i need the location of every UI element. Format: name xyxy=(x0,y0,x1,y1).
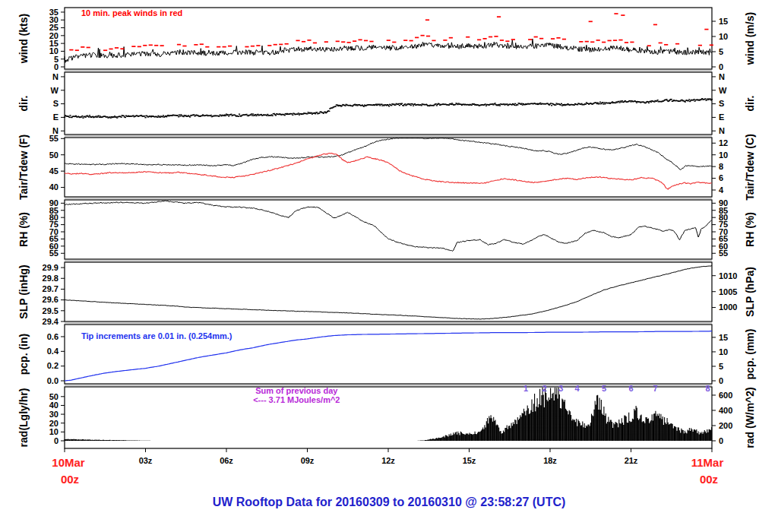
tick-label: 30 xyxy=(49,15,59,24)
panel-dir: NESWNNESWNdir.dir. xyxy=(17,72,756,136)
tick-label: 0 xyxy=(54,436,59,445)
tick-label: 20 xyxy=(49,31,59,40)
axis-label-slp-left: SLP (inHg) xyxy=(17,264,30,318)
axis-label-rh-right: RH (%) xyxy=(744,212,756,247)
rh-series-line xyxy=(65,201,712,251)
rad-event-marker: 1 xyxy=(523,384,528,393)
x-tick-label: 15z xyxy=(463,456,476,465)
wind-series-line xyxy=(65,39,712,62)
tick-label: 10 xyxy=(49,427,59,436)
start-date-label: 10Mar xyxy=(52,456,85,469)
panel-frame-tair-tdew xyxy=(65,138,712,197)
tick-label: 0 xyxy=(719,62,723,71)
panel-frame-slp xyxy=(65,262,712,321)
weather-multipanel-figure: 05101520253035051015wind (kts)wind (m/s)… xyxy=(0,0,778,532)
tick-label: 400 xyxy=(719,406,732,415)
panel-rad: 010203040500200400600rad(Lgly/hr)rad (W/… xyxy=(17,384,756,448)
tick-label: E xyxy=(53,112,59,122)
tick-label: E xyxy=(719,112,724,122)
panel-frame-rh xyxy=(65,200,712,259)
rad-event-marker: 2 xyxy=(542,384,547,393)
axis-label-pcp-right: pcp. (mm) xyxy=(744,329,756,380)
tick-label: 29.7 xyxy=(43,284,59,293)
rad-event-marker: 4 xyxy=(574,384,580,393)
tick-label: 29.4 xyxy=(43,317,59,326)
tick-label: 5 xyxy=(719,47,723,56)
tick-label: 6 xyxy=(719,173,723,182)
tick-label: 40 xyxy=(49,182,59,192)
axis-label-tair-tdew-right: Tair/Tdew (C) xyxy=(744,134,756,201)
rad-annotation-0: Sum of previous day xyxy=(255,386,338,395)
rad-bars xyxy=(65,388,712,441)
tick-label: 90 xyxy=(49,198,59,207)
tick-label: 50 xyxy=(49,150,59,160)
tick-label: 5 xyxy=(54,55,59,64)
axis-label-rad-right: rad (W/m^2) xyxy=(744,387,756,448)
tair-tdew-series-line xyxy=(65,154,712,190)
tick-label: 55 xyxy=(49,134,59,143)
tick-label: 15 xyxy=(49,39,59,48)
tick-label: 30 xyxy=(49,410,59,419)
tick-label: 29.9 xyxy=(43,263,59,272)
rad-annotation-1: <--- 3.71 MJoules/m^2 xyxy=(253,395,340,404)
tick-label: 600 xyxy=(719,391,732,400)
tick-label: 4 xyxy=(719,185,724,195)
rad-event-marker: 5 xyxy=(602,384,606,393)
tick-label: 0.0 xyxy=(47,376,59,385)
tick-label: 0.2 xyxy=(47,361,59,370)
tick-label: 10 xyxy=(719,150,728,160)
axis-label-tair-tdew-left: Tair/Tdew (F) xyxy=(17,135,30,200)
rad-event-marker: 7 xyxy=(653,384,657,393)
tick-label: 5 xyxy=(719,362,723,371)
tick-label: 20 xyxy=(49,419,59,428)
figure-title: UW Rooftop Data for 20160309 to 20160310… xyxy=(0,496,778,509)
tick-label: 40 xyxy=(49,401,59,410)
slp-series-line xyxy=(65,266,712,319)
start-date-label: 00z xyxy=(61,473,79,486)
x-tick-label: 03z xyxy=(139,456,153,465)
panel-tair-tdew: 404550554681012Tair/Tdew (F)Tair/Tdew (C… xyxy=(17,134,756,201)
tick-label: N xyxy=(719,72,725,81)
axis-label-dir-right: dir. xyxy=(744,95,756,111)
tick-label: N xyxy=(52,72,59,81)
pcp-annotation-0: Tip increments are 0.01 in. (0.254mm.) xyxy=(81,331,232,340)
tick-label: N xyxy=(719,126,725,135)
tair-tdew-series-line xyxy=(65,138,712,170)
x-tick-label: 18z xyxy=(543,456,557,465)
panel-rh: 55606570758085905560657075808590RH (%)RH… xyxy=(17,198,756,261)
tick-label: 1005 xyxy=(719,287,737,296)
tick-label: W xyxy=(719,86,727,95)
end-date-label: 11Mar xyxy=(691,456,724,469)
tick-label: 29.5 xyxy=(43,306,59,315)
tick-label: 90 xyxy=(719,198,728,207)
axis-label-wind-right: wind (m/s) xyxy=(744,12,756,65)
tick-label: 50 xyxy=(49,392,59,401)
tick-label: 1010 xyxy=(719,271,737,280)
tick-label: S xyxy=(53,99,59,108)
tick-label: 15 xyxy=(719,17,728,26)
tick-label: 45 xyxy=(49,166,59,176)
tick-label: 25 xyxy=(49,23,59,32)
x-tick-label: 21z xyxy=(625,456,638,465)
axis-label-rh-left: RH (%) xyxy=(17,212,30,247)
tick-label: 8 xyxy=(719,162,723,171)
peak-wind-dashes xyxy=(69,14,713,50)
tick-label: 10 xyxy=(49,46,59,55)
tick-label: 0 xyxy=(719,376,723,385)
tick-label: 29.6 xyxy=(43,295,59,304)
panel-wind: 05101520253035051015wind (kts)wind (m/s)… xyxy=(17,8,756,71)
x-tick-label: 09z xyxy=(301,456,315,465)
tick-label: 10 xyxy=(719,32,728,41)
panel-pcp: 0.00.20.40.6051015pcp. (in)pcp. (mm)Tip … xyxy=(17,325,756,385)
tick-label: 200 xyxy=(719,421,732,430)
x-tick-label: 12z xyxy=(381,456,395,465)
tick-label: S xyxy=(719,99,724,108)
tick-label: 15 xyxy=(719,333,728,342)
tick-label: W xyxy=(51,86,59,95)
rad-event-marker: 6 xyxy=(628,384,633,393)
axis-label-pcp-left: pcp. (in) xyxy=(17,334,30,375)
tick-label: 29.8 xyxy=(43,274,59,283)
wind-annotation-0: 10 min. peak winds in red xyxy=(81,8,182,17)
tick-label: 1000 xyxy=(719,302,737,312)
end-date-label: 00z xyxy=(700,473,718,486)
